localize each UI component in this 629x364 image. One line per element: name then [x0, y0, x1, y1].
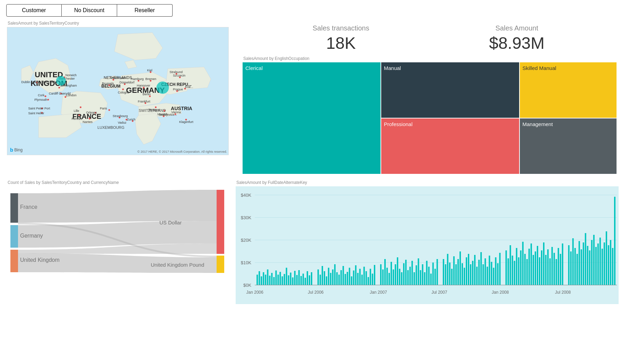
svg-rect-259 [581, 249, 582, 285]
svg-rect-247 [551, 247, 553, 285]
svg-rect-208 [466, 257, 467, 285]
svg-text:Düsseldorf: Düsseldorf [120, 81, 134, 84]
treemap-cell-management[interactable]: Management [520, 118, 617, 174]
svg-rect-165 [368, 277, 369, 285]
svg-text:Jan 2007: Jan 2007 [370, 290, 387, 295]
svg-rect-179 [401, 272, 402, 285]
svg-rect-232 [520, 250, 522, 285]
svg-rect-236 [528, 249, 530, 285]
svg-text:Prague: Prague [173, 88, 183, 91]
svg-point-13 [58, 87, 60, 89]
svg-text:Jul 2008: Jul 2008 [555, 290, 571, 295]
svg-rect-150 [336, 272, 338, 285]
svg-rect-228 [512, 256, 513, 285]
svg-rect-226 [508, 258, 509, 285]
svg-text:Szczecin: Szczecin [173, 74, 185, 77]
svg-rect-209 [468, 254, 469, 285]
svg-rect-163 [364, 267, 365, 285]
right-top: Sales transactions 18K Sales Amount $8.9… [232, 21, 626, 177]
svg-rect-89 [10, 225, 18, 248]
svg-rect-180 [403, 263, 404, 285]
reseller-filter-btn[interactable]: Reseller [117, 4, 173, 17]
svg-rect-134 [298, 270, 300, 285]
svg-rect-124 [278, 275, 279, 285]
no-discount-filter-btn[interactable]: No Discount [62, 4, 117, 17]
svg-rect-222 [495, 257, 496, 285]
svg-rect-128 [286, 268, 287, 285]
svg-rect-249 [556, 259, 557, 285]
svg-rect-221 [493, 268, 494, 285]
svg-text:Vaduz: Vaduz [118, 121, 126, 124]
treemap-cell-clerical[interactable]: Clerical [243, 62, 381, 174]
svg-text:Plymouth: Plymouth [34, 98, 47, 101]
svg-text:LUXEMBOURG: LUXEMBOURG [97, 125, 124, 130]
svg-rect-154 [344, 274, 346, 285]
svg-rect-260 [583, 242, 584, 285]
svg-text:Hannover: Hannover [137, 84, 150, 87]
kpi-amount-label: Sales Amount [429, 24, 605, 32]
svg-rect-219 [489, 256, 490, 285]
svg-rect-172 [386, 268, 388, 285]
svg-point-33 [89, 118, 90, 119]
svg-rect-147 [330, 273, 331, 285]
svg-rect-157 [351, 276, 352, 285]
treemap-cell-manual[interactable]: Manual [381, 62, 519, 118]
svg-text:Stuttgart: Stuttgart [148, 108, 160, 112]
svg-rect-125 [280, 272, 281, 285]
svg-rect-186 [416, 265, 417, 285]
svg-rect-119 [267, 269, 268, 285]
svg-rect-123 [276, 270, 277, 285]
svg-rect-252 [562, 243, 563, 285]
svg-rect-195 [435, 269, 436, 285]
kpi-transactions: Sales transactions 18K [253, 24, 429, 53]
treemap-cell-clerical-label: Clerical [245, 65, 263, 71]
svg-rect-237 [531, 243, 532, 285]
svg-text:Nantes: Nantes [83, 120, 93, 124]
svg-rect-214 [478, 260, 480, 285]
svg-rect-230 [516, 248, 517, 285]
svg-text:Hamburg: Hamburg [131, 77, 144, 81]
treemap-container[interactable]: Clerical Manual Professional Skilled Man… [243, 62, 615, 173]
svg-rect-201 [451, 269, 453, 285]
treemap-cell-management-label: Management [523, 121, 553, 127]
svg-rect-97 [236, 186, 619, 304]
svg-rect-216 [482, 264, 484, 285]
svg-text:Jul 2006: Jul 2006 [308, 290, 324, 295]
svg-text:Frankfurt: Frankfurt [138, 100, 150, 103]
svg-rect-242 [541, 250, 542, 285]
svg-rect-135 [300, 276, 302, 285]
svg-rect-275 [614, 197, 615, 285]
treemap-cell-manual-label: Manual [384, 65, 401, 71]
svg-rect-181 [405, 260, 407, 285]
treemap-cell-skilled-manual[interactable]: Skilled Manual [520, 62, 617, 118]
svg-rect-271 [606, 231, 607, 285]
svg-rect-203 [455, 264, 457, 285]
svg-rect-251 [560, 254, 561, 285]
svg-rect-183 [409, 267, 411, 285]
svg-rect-198 [445, 264, 446, 285]
treemap-cell-professional[interactable]: Professional [381, 118, 519, 174]
svg-rect-200 [449, 263, 451, 285]
map-copyright: © 2017 HERE, © 2017 Microsoft Corporatio… [138, 150, 227, 153]
svg-rect-266 [595, 247, 597, 285]
svg-rect-217 [484, 258, 486, 285]
svg-rect-239 [535, 251, 536, 285]
svg-rect-118 [265, 275, 266, 285]
customer-filter-btn[interactable]: Customer [6, 4, 62, 17]
svg-rect-253 [568, 245, 569, 285]
svg-text:Jul 2007: Jul 2007 [431, 290, 447, 295]
svg-rect-246 [549, 258, 551, 285]
map-container[interactable]: UNITED KINGDOM FRANCE GERMANY BELGIUM NE… [7, 27, 229, 155]
svg-point-61 [164, 110, 165, 112]
svg-rect-210 [470, 264, 471, 285]
svg-rect-207 [464, 268, 465, 285]
svg-rect-156 [349, 268, 350, 285]
treemap-cell-professional-label: Professional [384, 121, 413, 127]
svg-text:Rennes: Rennes [72, 117, 82, 121]
svg-rect-215 [480, 252, 482, 285]
sankey-container[interactable]: France Germany United Kingdom US Dollar … [7, 186, 229, 276]
timeseries-chart[interactable]: $40K $30K $20K $10K $0K Jan 2006 Jul 200… [236, 186, 619, 304]
svg-rect-117 [263, 272, 264, 285]
svg-rect-244 [545, 255, 547, 285]
svg-rect-168 [374, 265, 375, 285]
